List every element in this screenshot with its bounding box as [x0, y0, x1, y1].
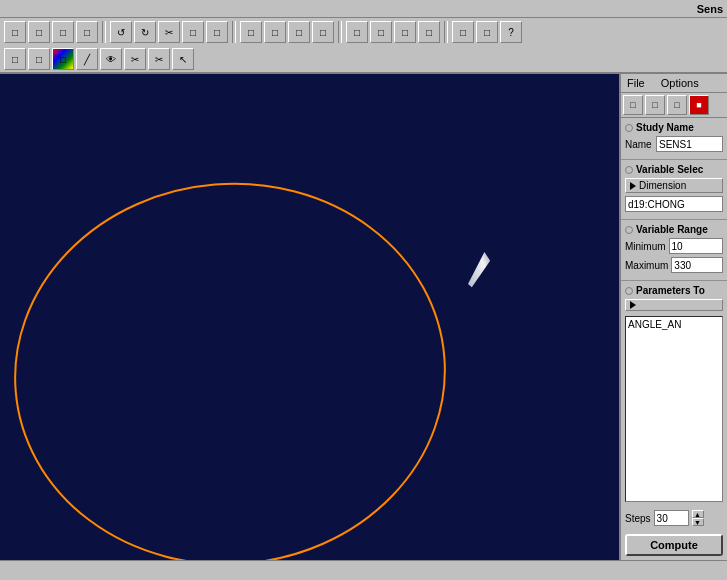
- panel-save-icon[interactable]: □: [667, 95, 687, 115]
- compute-button[interactable]: Compute: [625, 534, 723, 556]
- steps-down-button[interactable]: ▼: [692, 518, 704, 526]
- variable-selection-label: Variable Selec: [636, 164, 703, 175]
- status-bar: [0, 560, 727, 580]
- right-panel: File Options □ □ □ ■ Study Name Name: [619, 74, 727, 560]
- toolbar-row-2: □ □ □ ╱ 👁 ✂ ✂ ↖: [0, 46, 727, 72]
- steps-row: Steps ▲ ▼: [621, 506, 727, 530]
- toolbar-sep-3: [338, 21, 342, 43]
- study-name-label: Study Name: [636, 122, 694, 133]
- toolbar-sep-4: [444, 21, 448, 43]
- variable-range-section: Variable Range Minimum Maximum: [621, 220, 727, 281]
- study-name-dot: [625, 124, 633, 132]
- redo-button[interactable]: ↻: [134, 21, 156, 43]
- toolbar-area: □ □ □ □ ↺ ↻ ✂ □ □ □ □ □ □ □ □ □ □ □ □ ? …: [0, 18, 727, 74]
- canvas-area[interactable]: [0, 74, 619, 560]
- help-button[interactable]: ?: [500, 21, 522, 43]
- tool1-button[interactable]: □: [452, 21, 474, 43]
- undo-button[interactable]: ↺: [110, 21, 132, 43]
- fit-button[interactable]: □: [264, 21, 286, 43]
- study-name-section: Study Name Name: [621, 118, 727, 160]
- new-button[interactable]: □: [4, 21, 26, 43]
- scissors-button[interactable]: ✂: [124, 48, 146, 70]
- parameters-to-label: Parameters To: [636, 285, 705, 296]
- variable-selection-section: Variable Selec Dimension: [621, 160, 727, 220]
- variable-range-header: Variable Range: [625, 224, 723, 235]
- toolbar-sep-1: [102, 21, 106, 43]
- toolbar-row-1: □ □ □ □ ↺ ↻ ✂ □ □ □ □ □ □ □ □ □ □ □ □ ?: [0, 18, 727, 46]
- params-arrow-icon: [630, 301, 636, 309]
- variable-selection-dot: [625, 166, 633, 174]
- scissors2-button[interactable]: ✂: [148, 48, 170, 70]
- title-bar: Sens: [0, 0, 727, 18]
- minimum-input[interactable]: [669, 238, 723, 254]
- content-area: File Options □ □ □ ■ Study Name Name: [0, 74, 727, 560]
- options-menu[interactable]: Options: [657, 76, 703, 90]
- line-button[interactable]: ╱: [76, 48, 98, 70]
- view1-button[interactable]: □: [346, 21, 368, 43]
- view4-button[interactable]: □: [418, 21, 440, 43]
- steps-label: Steps: [625, 513, 651, 524]
- pointer-button[interactable]: ↖: [172, 48, 194, 70]
- params-list[interactable]: ANGLE_AN: [625, 316, 723, 502]
- variable-input[interactable]: [625, 196, 723, 212]
- parameters-to-dot: [625, 287, 633, 295]
- param-item: ANGLE_AN: [626, 317, 722, 332]
- tool2-button[interactable]: □: [476, 21, 498, 43]
- panel-open-icon[interactable]: □: [645, 95, 665, 115]
- app-title: Sens: [697, 3, 723, 15]
- paste-button[interactable]: □: [206, 21, 228, 43]
- maximum-field-row: Maximum: [625, 257, 723, 273]
- pan-button[interactable]: □: [288, 21, 310, 43]
- print-button[interactable]: □: [76, 21, 98, 43]
- parameters-to-section: Parameters To ANGLE_AN: [621, 281, 727, 506]
- rotate-button[interactable]: □: [312, 21, 334, 43]
- study-name-header: Study Name: [625, 122, 723, 133]
- save-button[interactable]: □: [52, 21, 74, 43]
- select-button[interactable]: □: [4, 48, 26, 70]
- parameters-to-header: Parameters To: [625, 285, 723, 296]
- panel-new-icon[interactable]: □: [623, 95, 643, 115]
- steps-spinner[interactable]: ▲ ▼: [692, 510, 704, 526]
- steps-up-button[interactable]: ▲: [692, 510, 704, 518]
- panel-extra-icon[interactable]: ■: [689, 95, 709, 115]
- panel-menubar: File Options: [621, 74, 727, 93]
- color-button[interactable]: □: [52, 48, 74, 70]
- name-input[interactable]: [656, 136, 723, 152]
- variable-range-label: Variable Range: [636, 224, 708, 235]
- maximum-label: Maximum: [625, 260, 668, 271]
- zoom-button[interactable]: □: [240, 21, 262, 43]
- copy-button[interactable]: □: [182, 21, 204, 43]
- open-button[interactable]: □: [28, 21, 50, 43]
- file-menu[interactable]: File: [623, 76, 649, 90]
- panel-toolbar: □ □ □ ■: [621, 93, 727, 118]
- params-select-button[interactable]: [625, 299, 723, 311]
- name-field-row: Name: [625, 136, 723, 152]
- draw-button[interactable]: □: [28, 48, 50, 70]
- dimension-label: Dimension: [639, 180, 686, 191]
- toolbar-sep-2: [232, 21, 236, 43]
- eye-button[interactable]: 👁: [100, 48, 122, 70]
- minimum-label: Minimum: [625, 241, 666, 252]
- cut-button[interactable]: ✂: [158, 21, 180, 43]
- variable-selection-header: Variable Selec: [625, 164, 723, 175]
- maximum-input[interactable]: [671, 257, 723, 273]
- main-canvas: [0, 74, 619, 560]
- name-label: Name: [625, 139, 653, 150]
- dimension-button[interactable]: Dimension: [625, 178, 723, 193]
- steps-input[interactable]: [654, 510, 689, 526]
- variable-range-dot: [625, 226, 633, 234]
- view2-button[interactable]: □: [370, 21, 392, 43]
- dimension-arrow-icon: [630, 182, 636, 190]
- minimum-field-row: Minimum: [625, 238, 723, 254]
- view3-button[interactable]: □: [394, 21, 416, 43]
